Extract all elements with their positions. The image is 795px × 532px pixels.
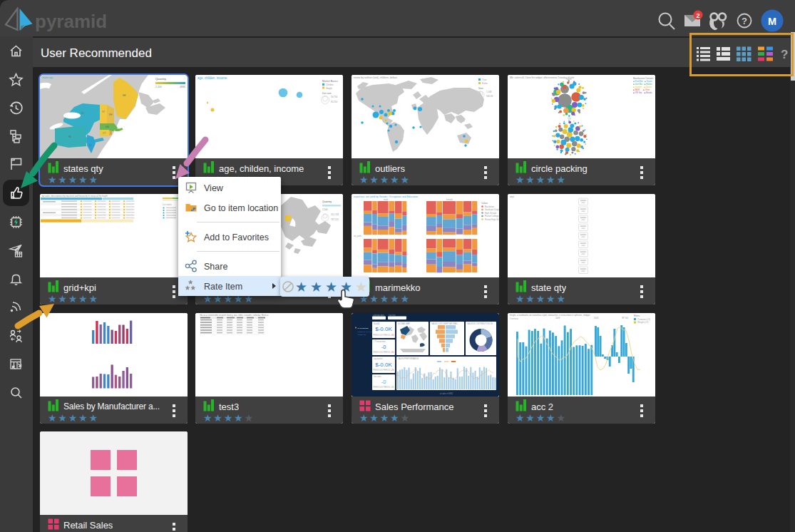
svg-text:Filters: Filters xyxy=(634,314,640,317)
svg-text:2,100: 2,100 xyxy=(155,86,162,88)
svg-text:Single: Single xyxy=(326,87,332,90)
svg-text:freight, a landmarks on statis: freight, a landmarks on statistilea s pl… xyxy=(510,314,590,317)
svg-text:SALES BY DISTRIBUTION CH.: SALES BY DISTRIBUTION CH. xyxy=(467,322,493,325)
svg-text:Dot size: Dot size xyxy=(322,92,332,95)
svg-text:Bachelors: Bachelors xyxy=(485,205,495,208)
svg-text:Mfr, colors all, Class the wid: Mfr, colors all, Class the widget, effec… xyxy=(510,76,574,79)
svg-text:by sales, descriptions by top-: by sales, descriptions by top-level and … xyxy=(42,195,108,198)
svg-text:Partial High School: Partial High School xyxy=(485,218,499,221)
svg-text:SALE CENTER: SALE CENTER xyxy=(358,327,369,329)
svg-text:male: male xyxy=(384,198,389,201)
svg-text:List totals: List totals xyxy=(163,203,172,206)
svg-text:Market Basics: Market Basics xyxy=(322,80,338,83)
svg-text:Weight (#2): Weight (#2) xyxy=(637,321,648,324)
svg-text:Turnover (#1): Turnover (#1) xyxy=(637,318,650,321)
svg-text:Overview: Overview xyxy=(510,317,519,320)
svg-text:VT: VT xyxy=(102,111,105,113)
svg-text:states by outliers (red), chil: states by outliers (red), children, doll… xyxy=(354,76,397,79)
svg-text:59,734: 59,734 xyxy=(331,96,338,98)
svg-text:PREVIOUS PERIOD -0%: PREVIOUS PERIOD -0% xyxy=(373,351,394,354)
svg-text:2,100: 2,100 xyxy=(322,208,328,211)
svg-text:NH: NH xyxy=(109,113,112,116)
svg-text:calendar date: calendar date xyxy=(373,314,384,317)
svg-text:title as a custom who on point: title as a custom who on point show y, a… xyxy=(200,314,269,317)
svg-text:1,344: 1,344 xyxy=(486,91,492,93)
svg-text:551,744: 551,744 xyxy=(331,213,339,216)
svg-text:High School: High School xyxy=(485,212,497,215)
svg-text:SALES PERFORMANCE: SALES PERFORMANCE xyxy=(398,357,419,360)
svg-text:age, childen, income: age, childen, income xyxy=(198,76,227,80)
svg-text:avg basket: avg basket xyxy=(374,357,383,360)
svg-text:NJ: NJ xyxy=(89,144,92,147)
svg-text:SP 500: SP 500 xyxy=(622,317,629,319)
svg-text:■ VW Grp ■ Mazda: ■ VW Grp ■ Mazda xyxy=(633,91,652,94)
svg-text:SALES CUSTOMER SATISFAC.: SALES CUSTOMER SATISFAC. xyxy=(431,322,458,325)
svg-text:Colors: Colors xyxy=(481,202,488,205)
svg-text:no_path: no_path xyxy=(354,235,361,237)
svg-text:2: 2 xyxy=(696,12,699,19)
svg-text:-0: -0 xyxy=(381,344,386,350)
svg-text:PREVIOUS PERIOD -0%: PREVIOUS PERIOD -0% xyxy=(373,369,394,372)
svg-text:90,250: 90,250 xyxy=(331,101,338,103)
svg-text:Childen: Childen xyxy=(326,83,334,86)
svg-text:Size: Size xyxy=(478,87,483,90)
svg-text:$-0.0K: $-0.0K xyxy=(375,326,392,332)
svg-text:580,34: 580,34 xyxy=(486,95,493,98)
svg-text:states qty: states qty xyxy=(42,76,53,79)
svg-text:Quantity: Quantity xyxy=(155,77,166,81)
svg-text:PA: PA xyxy=(68,135,71,138)
svg-text:GLOBAL MAP: GLOBAL MAP xyxy=(398,322,410,325)
svg-text:True: True xyxy=(482,78,487,81)
svg-text:M: M xyxy=(768,16,776,27)
svg-text:FORECAST: FORECAST xyxy=(358,334,367,335)
svg-text:486K: 486K xyxy=(180,86,186,88)
svg-text:pyramid: pyramid xyxy=(35,11,107,31)
svg-text:ME: ME xyxy=(123,94,126,97)
svg-text:MA: MA xyxy=(106,126,109,128)
svg-text:at sales in 9882: at sales in 9882 xyxy=(440,392,453,395)
svg-text:PREVIOUS PERIOD -0%: PREVIOUS PERIOD -0% xyxy=(373,386,394,389)
svg-text:False: False xyxy=(482,82,488,85)
svg-text:Graduate Degree: Graduate Degree xyxy=(485,208,499,211)
svg-text:Live line: Live line xyxy=(389,314,396,317)
svg-text:CT: CT xyxy=(103,132,106,135)
svg-text:PRODUCT ANALYSIS: PRODUCT ANALYSIS xyxy=(358,331,374,332)
svg-text:Sale($): Sale($) xyxy=(374,322,379,325)
svg-text:2009: 2009 xyxy=(594,317,599,319)
svg-text:$-0.0K: $-0.0K xyxy=(375,362,392,368)
svg-text:NY: NY xyxy=(81,112,84,115)
svg-text:stat: stat xyxy=(510,195,514,198)
svg-text:?: ? xyxy=(742,16,747,26)
svg-text:# Transactions: # Transactions xyxy=(374,340,386,343)
svg-text:female: female xyxy=(446,198,453,201)
svg-text:PREVIOUS PERIOD -0%: PREVIOUS PERIOD -0% xyxy=(373,334,394,337)
svg-text:767,525: 767,525 xyxy=(331,218,339,221)
svg-text:Quantity: Quantity xyxy=(322,200,332,203)
svg-text:Qty: Qty xyxy=(568,117,571,120)
svg-text:lost sales: lost sales xyxy=(374,375,382,378)
svg-text:2008: 2008 xyxy=(555,317,560,319)
svg-text:-0: -0 xyxy=(381,379,386,385)
svg-text:Partial College: Partial College xyxy=(485,215,499,218)
